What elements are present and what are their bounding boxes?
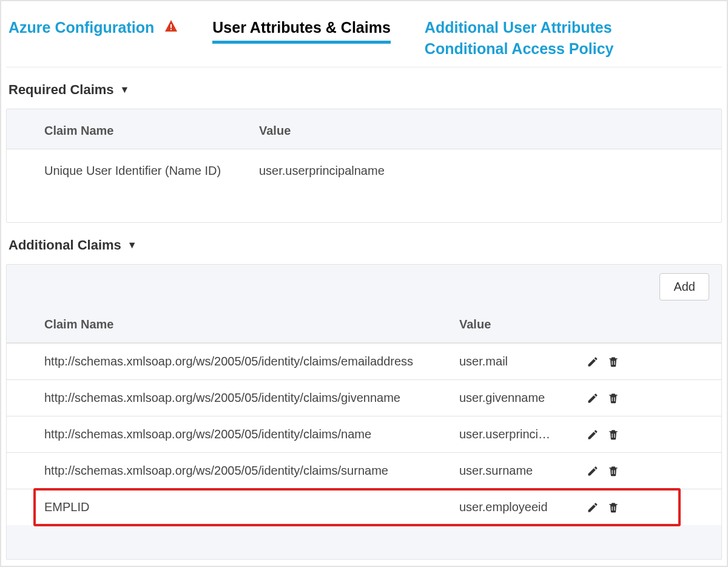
delete-icon[interactable] xyxy=(607,356,619,368)
claim-name-cell: http://schemas.xmlsoap.org/ws/2005/05/id… xyxy=(7,344,450,379)
tab-user-attributes-claims[interactable]: User Attributes & Claims xyxy=(212,17,391,44)
svg-rect-4 xyxy=(612,397,613,401)
tab-label: User Attributes & Claims xyxy=(212,17,391,44)
svg-rect-11 xyxy=(614,506,615,511)
claim-value-cell: user.userprincipalname xyxy=(249,149,721,189)
tab-conditional-access-policy[interactable]: Conditional Access Policy xyxy=(425,38,614,59)
section-title-text: Required Claims xyxy=(8,82,114,98)
table-header: Claim Name Value xyxy=(7,307,721,343)
row-actions xyxy=(577,454,650,488)
caret-down-icon: ▼ xyxy=(127,240,137,251)
claim-name-cell: http://schemas.xmlsoap.org/ws/2005/05/id… xyxy=(7,380,450,416)
table-row[interactable]: Unique User Identifier (Name ID) user.us… xyxy=(7,149,721,222)
table-row[interactable]: http://schemas.xmlsoap.org/ws/2005/05/id… xyxy=(7,452,721,489)
svg-rect-6 xyxy=(612,433,613,438)
claim-value-cell: user.surname xyxy=(450,453,577,489)
svg-rect-9 xyxy=(614,470,615,474)
tab-azure-configuration[interactable]: Azure Configuration xyxy=(8,17,178,38)
svg-rect-8 xyxy=(612,470,613,474)
delete-icon[interactable] xyxy=(607,429,619,441)
claim-value-cell: user.userprinci… xyxy=(450,416,577,452)
table-row[interactable]: http://schemas.xmlsoap.org/ws/2005/05/id… xyxy=(7,416,721,452)
svg-rect-10 xyxy=(612,506,613,511)
required-claims-panel: Claim Name Value Unique User Identifier … xyxy=(6,109,722,223)
svg-rect-3 xyxy=(614,361,615,365)
warning-icon xyxy=(164,19,178,37)
row-actions xyxy=(577,491,650,525)
additional-claims-panel: Add Claim Name Value http://schemas.xmls… xyxy=(6,264,722,560)
delete-icon[interactable] xyxy=(607,392,619,404)
delete-icon[interactable] xyxy=(607,465,619,477)
claim-name-cell: Unique User Identifier (Name ID) xyxy=(7,149,249,189)
header-claim-name: Claim Name xyxy=(7,307,450,342)
svg-rect-0 xyxy=(170,24,172,28)
page-frame: Azure Configuration User Attributes & Cl… xyxy=(0,0,728,567)
svg-rect-5 xyxy=(614,397,615,401)
tab-additional-user-attributes[interactable]: Additional User Attributes xyxy=(425,17,614,38)
header-value: Value xyxy=(249,109,721,149)
section-title-text: Additional Claims xyxy=(8,237,121,253)
edit-icon[interactable] xyxy=(587,429,599,441)
toolbar: Add xyxy=(7,265,721,307)
claim-name-cell: EMPLID xyxy=(7,489,450,525)
tab-group-right: Additional User Attributes Conditional A… xyxy=(425,17,614,59)
claim-value-cell: user.givenname xyxy=(450,380,577,416)
edit-icon[interactable] xyxy=(587,465,599,477)
claim-name-cell: http://schemas.xmlsoap.org/ws/2005/05/id… xyxy=(7,416,450,452)
svg-rect-2 xyxy=(612,361,613,365)
svg-rect-1 xyxy=(170,29,172,30)
tab-label: Azure Configuration xyxy=(8,17,154,38)
delete-icon[interactable] xyxy=(607,501,619,514)
svg-rect-7 xyxy=(614,433,615,438)
header-claim-name: Claim Name xyxy=(7,109,249,149)
table-header: Claim Name Value xyxy=(7,109,721,149)
edit-icon[interactable] xyxy=(587,392,599,404)
claim-name-cell: http://schemas.xmlsoap.org/ws/2005/05/id… xyxy=(7,453,450,489)
edit-icon[interactable] xyxy=(587,501,599,514)
claim-value-cell: user.employeeid xyxy=(450,489,577,525)
add-button[interactable]: Add xyxy=(659,273,709,300)
table-row[interactable]: http://schemas.xmlsoap.org/ws/2005/05/id… xyxy=(7,343,721,379)
tab-bar: Azure Configuration User Attributes & Cl… xyxy=(6,1,722,67)
row-actions xyxy=(577,418,650,452)
table-row[interactable]: EMPLID user.employeeid xyxy=(7,489,721,525)
claim-value-cell: user.mail xyxy=(450,344,577,379)
header-value: Value xyxy=(450,307,577,342)
section-required-claims-toggle[interactable]: Required Claims ▼ xyxy=(8,82,722,98)
row-actions xyxy=(577,381,650,415)
row-actions xyxy=(577,345,650,379)
edit-icon[interactable] xyxy=(587,356,599,368)
table-row[interactable]: http://schemas.xmlsoap.org/ws/2005/05/id… xyxy=(7,379,721,416)
section-additional-claims-toggle[interactable]: Additional Claims ▼ xyxy=(8,237,722,253)
header-actions xyxy=(577,307,650,342)
caret-down-icon: ▼ xyxy=(120,84,130,95)
